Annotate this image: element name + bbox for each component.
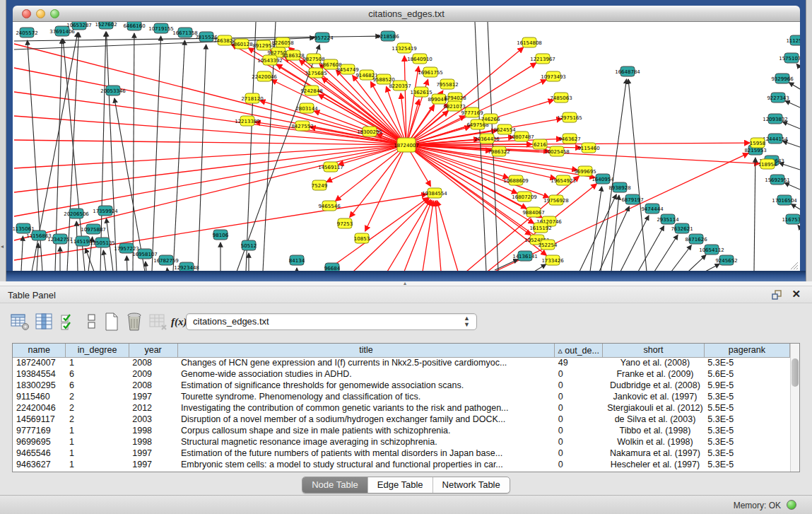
- network-node[interactable]: 14136141: [512, 251, 538, 261]
- cell-name[interactable]: 9115460: [13, 391, 66, 402]
- network-node[interactable]: 14569117: [318, 162, 343, 172]
- tab-node-table[interactable]: Node Table: [302, 477, 368, 493]
- new-column-button[interactable]: [102, 312, 122, 332]
- network-node[interactable]: 1135061: [13, 223, 35, 233]
- table-row[interactable]: 1456911722003Disruption of a novel membe…: [13, 414, 790, 425]
- network-node[interactable]: 16154808: [517, 37, 542, 47]
- network-node[interactable]: 19384554: [422, 188, 447, 198]
- cell-name[interactable]: 9777169: [13, 425, 66, 436]
- table-settings-button[interactable]: [10, 312, 30, 332]
- cell-in_degree[interactable]: 6: [66, 368, 129, 380]
- table-row[interactable]: 969969511998Structural magnetic resonanc…: [13, 436, 790, 448]
- network-node[interactable]: 17016504: [772, 195, 797, 205]
- network-node[interactable]: 1362615: [410, 87, 432, 97]
- cell-in_degree[interactable]: 1: [66, 448, 129, 459]
- network-node[interactable]: 1167534: [782, 214, 800, 224]
- cell-pagerank[interactable]: 5.3E-5: [704, 436, 789, 448]
- network-node[interactable]: 12213967: [530, 54, 555, 64]
- citation-network-graph[interactable]: 2405572376914061065328715276026466160107…: [13, 22, 800, 271]
- network-node[interactable]: 6466160: [123, 22, 145, 30]
- cell-year[interactable]: 2003: [129, 414, 177, 425]
- network-node[interactable]: 1640954: [592, 174, 614, 184]
- table-row[interactable]: 1938455462009Genome-wide association stu…: [13, 368, 790, 380]
- cell-out_de[interactable]: 0: [555, 425, 603, 436]
- cell-out_de[interactable]: 0: [555, 448, 603, 459]
- network-node[interactable]: 118954: [758, 159, 777, 169]
- column-header-pagerank[interactable]: pagerank: [704, 344, 789, 357]
- cell-short[interactable]: Jankovic et al. (1997): [603, 391, 705, 402]
- cell-in_degree[interactable]: 1: [66, 436, 129, 448]
- table-source-dropdown[interactable]: citations_edges.txt ▲▼: [186, 313, 477, 330]
- network-node[interactable]: 7957224: [311, 33, 334, 42]
- cell-title[interactable]: Genome-wide association studies in ADHD.: [177, 368, 555, 380]
- network-node[interactable]: 9465546: [318, 201, 341, 211]
- cell-year[interactable]: 2008: [129, 357, 177, 368]
- float-panel-icon[interactable]: [772, 290, 782, 300]
- network-hub-node[interactable]: 18724007: [394, 138, 419, 152]
- network-node[interactable]: 8624554: [493, 124, 516, 134]
- cell-in_degree[interactable]: 1: [66, 425, 129, 436]
- tab-edge-table[interactable]: Edge Table: [368, 477, 433, 493]
- horizontal-splitter[interactable]: ▴: [0, 281, 812, 286]
- network-node[interactable]: 9245652: [715, 255, 737, 265]
- cell-short[interactable]: Nakamura et al. (1997): [603, 448, 705, 459]
- network-node[interactable]: 18640910: [407, 54, 433, 64]
- cell-pagerank[interactable]: 5.6E-5: [704, 368, 789, 380]
- network-node[interactable]: 75249: [312, 180, 327, 190]
- cell-pagerank[interactable]: 5.3E-5: [704, 414, 789, 425]
- network-node[interactable]: 20206506: [64, 209, 89, 218]
- network-node[interactable]: 84134: [289, 255, 305, 265]
- cell-title[interactable]: Estimation of significance thresholds fo…: [177, 380, 555, 391]
- network-node[interactable]: 9463627: [558, 134, 580, 144]
- column-header-title[interactable]: title: [177, 344, 555, 357]
- resize-grip-icon[interactable]: [789, 260, 799, 270]
- table-row[interactable]: 977716911998Corpus callosum shape and si…: [13, 425, 790, 436]
- cell-year[interactable]: 2008: [129, 380, 177, 391]
- network-node[interactable]: 252254: [539, 240, 558, 250]
- network-node[interactable]: 1112544: [786, 35, 800, 45]
- scrollbar-thumb[interactable]: [792, 358, 799, 387]
- cell-in_degree[interactable]: 1: [66, 459, 129, 470]
- cell-in_degree[interactable]: 2: [66, 391, 129, 402]
- table-vertical-scrollbar[interactable]: [790, 344, 799, 472]
- cell-title[interactable]: Investigating the contribution of common…: [177, 402, 555, 414]
- network-node[interactable]: 9474444: [641, 204, 664, 214]
- network-node[interactable]: 16648784: [615, 66, 640, 76]
- cell-title[interactable]: Tourette syndrome. Phenomenology and cla…: [177, 391, 555, 402]
- network-node[interactable]: 10973493: [541, 71, 566, 81]
- delete-column-button[interactable]: [124, 312, 144, 332]
- cell-short[interactable]: Hescheler et al. (1997): [603, 459, 705, 470]
- cell-out_de[interactable]: 0: [555, 414, 603, 425]
- table-row[interactable]: 911546021997Tourette syndrome. Phenomeno…: [13, 391, 790, 402]
- cell-out_de[interactable]: 0: [555, 459, 603, 470]
- cell-pagerank[interactable]: 5.5E-5: [704, 402, 789, 414]
- column-header-out_de[interactable]: ▵ out_de...: [555, 344, 603, 357]
- network-node[interactable]: 1733426: [541, 255, 564, 265]
- attribute-table[interactable]: namein_degreeyeartitle▵ out_de...shortpa…: [13, 344, 790, 470]
- network-node[interactable]: 10654112: [699, 245, 724, 255]
- network-node[interactable]: 50512: [241, 240, 257, 250]
- cell-short[interactable]: Franke et al. (2009): [603, 368, 705, 380]
- cell-in_degree[interactable]: 6: [66, 380, 129, 391]
- cell-year[interactable]: 2009: [129, 368, 177, 380]
- cell-title[interactable]: Disruption of a novel member of a sodium…: [177, 414, 555, 425]
- table-row[interactable]: 946362711997Embryonic stem cells: a mode…: [13, 459, 790, 470]
- cell-year[interactable]: 1997: [129, 448, 177, 459]
- tab-network-table[interactable]: Network Table: [433, 477, 510, 493]
- network-node[interactable]: 2803144: [295, 103, 318, 113]
- cell-pagerank[interactable]: 5.9E-5: [704, 380, 789, 391]
- table-row[interactable]: 1872400712008Changes of HCN gene express…: [13, 357, 790, 368]
- cell-out_de[interactable]: 0: [555, 436, 603, 448]
- network-node[interactable]: 16671358: [172, 28, 198, 37]
- network-node[interactable]: 2718120: [241, 93, 263, 103]
- delete-table-button[interactable]: [148, 312, 168, 332]
- network-node[interactable]: 19654923: [551, 175, 576, 185]
- network-node[interactable]: 10975887: [81, 224, 106, 234]
- cell-year[interactable]: 2012: [129, 402, 177, 414]
- cell-out_de[interactable]: 0: [555, 402, 603, 414]
- memory-status-indicator[interactable]: [787, 500, 796, 510]
- network-node[interactable]: 15958: [750, 138, 765, 148]
- network-node[interactable]: 98106: [213, 230, 229, 240]
- network-node[interactable]: 2935114: [657, 214, 679, 224]
- cell-pagerank[interactable]: 5.3E-5: [704, 459, 789, 470]
